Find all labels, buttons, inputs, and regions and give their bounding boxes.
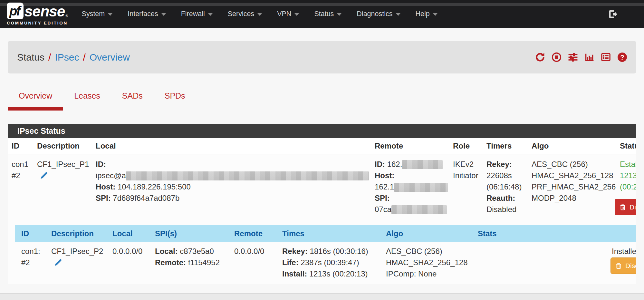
disconnect-p2-button[interactable]: Disco [610, 257, 636, 274]
menu-diagnostics[interactable]: Diagnostics [357, 10, 400, 18]
p2-algo-ipcomp: IPComp: None [386, 268, 473, 279]
p2-col-times: Times [282, 229, 386, 238]
algo-integrity: HMAC_SHA2_256_128 [532, 170, 615, 181]
menu-system[interactable]: System [82, 10, 113, 18]
p1-description-cell: CF1_IPsec_P1 [37, 159, 96, 215]
menu-system-label: System [82, 10, 105, 18]
p2-status-cell: Installed Disco [612, 246, 636, 279]
menu-services[interactable]: Services [228, 10, 262, 18]
menu-vpn[interactable]: VPN [277, 10, 299, 18]
local-spi-value: 7d689f64a7ad087b [113, 194, 179, 202]
p1-timers-cell: Rekey: 22608s (06:16:48) Reauth: Disable… [486, 159, 532, 215]
pfsense-logo-top: pf sense ® [7, 3, 68, 19]
breadcrumb-section: Status [17, 52, 44, 63]
p2-col-stats: Stats [478, 229, 612, 238]
algo-dh-group: MODP_2048 [532, 192, 615, 204]
spi-remote-label: Remote: [155, 258, 186, 267]
p1-local-cell: ID: ipsec@a Host: 104.189.226.195:500 SP… [96, 159, 375, 215]
p2-col-local: Local [112, 229, 155, 238]
status-uptime-hms: (00:20 [620, 181, 636, 192]
local-spi-label: SPI: [96, 194, 111, 202]
menu-interfaces-label: Interfaces [128, 10, 158, 18]
p2-col-description: Description [51, 229, 112, 238]
p2-remote-cell: 0.0.0.0/0 [234, 246, 282, 279]
remote-id-value: 162. [387, 160, 402, 169]
p2-status-installed: Installed [612, 246, 636, 257]
remote-spi-label: SPI: [375, 194, 390, 202]
timers-rekey-label: Rekey: [486, 159, 527, 170]
timers-reauth-value: Disabled [486, 204, 527, 215]
p2-description-cell: CF1_IPsec_P2 [51, 246, 112, 279]
times-life-value: 2387s (00:39:47) [301, 258, 359, 267]
top-navbar: pf sense ® COMMUNITY EDITION System Inte… [0, 0, 644, 28]
disconnect-p1-button[interactable]: Dis [615, 199, 636, 215]
remote-host-label: Host: [375, 171, 394, 180]
tab-overview[interactable]: Overview [8, 91, 63, 111]
ipsec-tabs: Overview Leases SADs SPDs [8, 91, 196, 111]
times-life-label: Life: [282, 258, 299, 267]
local-id-value: ipsec@a [96, 171, 126, 180]
p2-algo-encryption: AES_CBC (256) [386, 246, 473, 257]
disconnect-p2-label: Disco [625, 260, 636, 271]
remote-id-label: ID: [375, 160, 385, 169]
sliders-icon[interactable] [568, 52, 578, 63]
menu-help[interactable]: Help [416, 10, 437, 18]
ipsec-status-panel: IPsec Status ID Description Local Remote… [8, 124, 636, 284]
tab-leases[interactable]: Leases [63, 91, 111, 111]
chevron-down-icon [257, 13, 262, 16]
disconnect-p1-label: Dis [630, 201, 636, 213]
menu-vpn-label: VPN [277, 10, 291, 18]
p1-table-header: ID Description Local Remote Role Timers … [8, 138, 636, 154]
algo-encryption: AES_CBC (256) [532, 159, 615, 170]
local-host-label: Host: [96, 182, 115, 191]
edit-pencil-icon[interactable] [40, 171, 48, 183]
menu-firewall[interactable]: Firewall [181, 10, 213, 18]
redacted-remote-host [394, 183, 448, 192]
p1-algo-cell: AES_CBC (256) HMAC_SHA2_256_128 PRF_HMAC… [532, 159, 620, 215]
menu-help-label: Help [416, 10, 430, 18]
pfsense-logo[interactable]: pf sense ® COMMUNITY EDITION [7, 3, 68, 25]
p2-remote-network: 0.0.0.0/0 [234, 246, 278, 257]
p2-local-cell: 0.0.0.0/0 [112, 246, 155, 279]
breadcrumb-separator: / [48, 52, 51, 63]
remote-spi-value: 07ca [375, 205, 391, 214]
timers-reauth-label: Reauth: [486, 192, 527, 204]
menu-interfaces[interactable]: Interfaces [128, 10, 166, 18]
p1-role-cell: IKEv2 Initiator [453, 159, 486, 215]
p2-col-spis: SPI(s) [155, 229, 234, 238]
list-icon[interactable] [601, 52, 611, 63]
breadcrumb: Status / IPsec / Overview [17, 52, 130, 63]
timers-rekey-seconds: 22608s [486, 170, 527, 181]
breadcrumb-link-ipsec[interactable]: IPsec [55, 52, 79, 63]
sign-out-icon[interactable] [607, 9, 618, 19]
menu-diagnostics-label: Diagnostics [357, 10, 392, 18]
remote-host-value: 162.1 [375, 182, 394, 191]
p1-description: CF1_IPsec_P1 [37, 159, 91, 170]
times-rekey-label: Rekey: [282, 247, 308, 256]
role-value: Initiator [453, 170, 482, 181]
redacted-remote-id [402, 160, 443, 169]
edit-pencil-icon[interactable] [54, 258, 62, 270]
page-bottom-strip [0, 293, 644, 300]
help-icon[interactable]: ? [617, 52, 628, 63]
status-established: Establ [620, 159, 636, 170]
status-uptime-seconds: 1213 s [620, 170, 636, 181]
table-clip-region: ID Description Local Remote Role Timers … [8, 138, 636, 284]
trash-icon [615, 262, 622, 269]
menu-status[interactable]: Status [314, 10, 341, 18]
stop-icon[interactable] [551, 52, 562, 63]
p1-status-cell: Establ 1213 s (00:20 Dis [620, 159, 636, 215]
menu-services-label: Services [228, 10, 254, 18]
breadcrumb-link-overview[interactable]: Overview [90, 52, 130, 63]
brand-sense-text: sense [24, 3, 65, 19]
p2-conn-num: #2 [21, 257, 47, 268]
role-protocol: IKEv2 [453, 159, 482, 170]
bar-chart-icon[interactable] [584, 52, 595, 63]
times-rekey-value: 1816s (00:30:16) [310, 247, 368, 256]
p2-table-header: ID Description Local SPI(s) Remote Times… [15, 225, 636, 242]
refresh-icon[interactable] [535, 52, 545, 63]
p1-col-id: ID [12, 141, 37, 150]
tab-sads[interactable]: SADs [111, 91, 154, 111]
tab-spds[interactable]: SPDs [154, 91, 196, 111]
p1-col-description: Description [37, 141, 96, 150]
